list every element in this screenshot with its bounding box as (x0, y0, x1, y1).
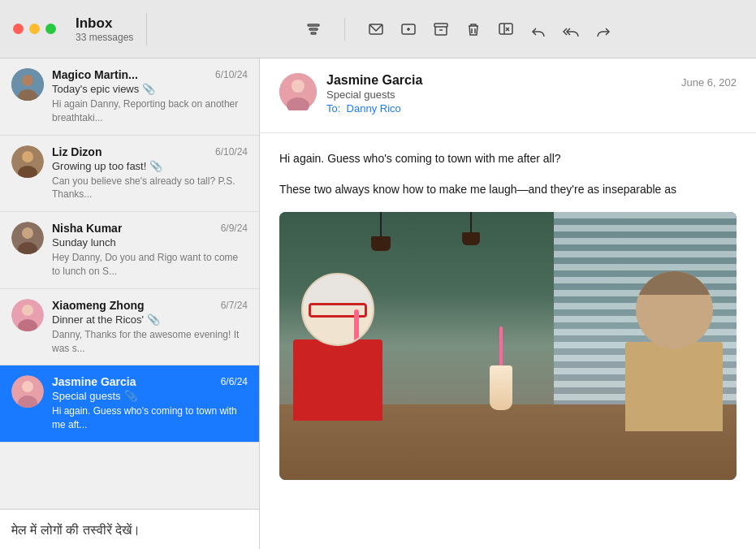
email-header-3: Nisha Kumar 6/9/24 (52, 222, 248, 235)
woman-straw-face (354, 309, 359, 344)
avatar-5 (11, 375, 44, 408)
email-header-4: Xiaomeng Zhong 6/7/24 (52, 299, 248, 312)
subject-row-1: Today's epic views 📎 (52, 83, 248, 95)
subject-row-2: Growing up too fast! 📎 (52, 160, 248, 172)
detail-body: Hi again. Guess who's coming to town wit… (260, 133, 756, 549)
email-content-1: Magico Martin... 6/10/24 Today's epic vi… (52, 68, 248, 125)
subject-1: Today's epic views (52, 83, 139, 95)
email-header-2: Liz Dizon 6/10/24 (52, 145, 248, 158)
junk-button[interactable] (491, 15, 521, 44)
attachment-icon-4: 📎 (147, 313, 160, 326)
maximize-button[interactable] (45, 24, 56, 34)
date-2: 6/10/24 (215, 146, 248, 158)
date-4: 6/7/24 (221, 300, 248, 311)
new-compose-button[interactable] (394, 15, 423, 44)
attachment-icon-1: 📎 (142, 83, 155, 95)
attachment-icon-5: 📎 (124, 390, 137, 402)
glass (490, 365, 512, 410)
svg-point-19 (22, 151, 33, 162)
sender-1: Magico Martin... (52, 68, 138, 81)
email-item-5[interactable]: Jasmine Garcia 6/6/24 Special guests 📎 H… (0, 365, 259, 443)
date-5: 6/6/24 (221, 376, 248, 387)
avatar-image-4 (11, 299, 44, 331)
titlebar: Inbox 33 messages (0, 0, 756, 58)
svg-rect-1 (309, 28, 318, 30)
avatar-3 (11, 222, 44, 254)
svg-point-22 (22, 227, 33, 239)
detail-sender-info: Jasmine Garcia Special guests To: Danny … (326, 73, 672, 115)
subject-2: Growing up too fast! (52, 160, 146, 172)
inbox-title: Inbox (76, 15, 133, 32)
filter-icon (305, 21, 322, 37)
detail-header: Jasmine Garcia Special guests To: Danny … (260, 58, 756, 133)
light-1 (371, 212, 391, 251)
avatar-2 (11, 145, 44, 178)
woman-head (301, 273, 374, 346)
man-head (636, 271, 713, 348)
close-button[interactable] (13, 24, 24, 34)
minimize-button[interactable] (29, 24, 40, 34)
compose-button[interactable] (361, 15, 391, 44)
inbox-title-section: Inbox 33 messages (76, 15, 133, 43)
woman-body (293, 339, 382, 421)
sender-4: Xiaomeng Zhong (52, 299, 145, 312)
cord-1 (380, 212, 382, 236)
caption-section: मेल में लोगों की तस्वीरें देखें। (0, 508, 259, 549)
email-content-2: Liz Dizon 6/10/24 Growing up too fast! 📎… (52, 145, 248, 202)
toolbar-divider (146, 13, 147, 45)
preview-3: Hey Danny, Do you and Rigo want to come … (52, 251, 248, 279)
woman-figure (293, 273, 382, 421)
man-hair (636, 271, 713, 295)
toolbar-icons (160, 15, 756, 44)
email-item-1[interactable]: Magico Martin... 6/10/24 Today's epic vi… (0, 58, 259, 136)
forward-button[interactable] (589, 15, 618, 44)
svg-point-16 (22, 75, 33, 86)
avatar-image-3 (11, 222, 44, 254)
avatar-image-2 (11, 145, 44, 178)
subject-row-5: Special guests 📎 (52, 390, 248, 402)
forward-icon (595, 21, 611, 37)
trash-icon (465, 21, 482, 37)
email-item-3[interactable]: Nisha Kumar 6/9/24 Sunday lunch Hey Dann… (0, 212, 259, 289)
sender-2: Liz Dizon (52, 145, 102, 158)
archive-button[interactable] (426, 15, 456, 44)
svg-rect-0 (308, 24, 319, 26)
shade-1 (371, 236, 391, 251)
email-photo (279, 212, 737, 480)
straw (499, 326, 503, 367)
trash-button[interactable] (459, 15, 488, 44)
light-2 (462, 212, 480, 245)
body-text-1: Hi again. Guess who's coming to town wit… (279, 149, 737, 167)
email-header-1: Magico Martin... 6/10/24 (52, 68, 248, 81)
attachment-icon-2: 📎 (149, 160, 162, 172)
junk-icon (498, 21, 514, 37)
detail-sender-row: Jasmine Garcia Special guests To: Danny … (279, 73, 737, 115)
filter-button[interactable] (299, 15, 328, 44)
email-detail-pane: Jasmine Garcia Special guests To: Danny … (260, 58, 756, 549)
inbox-subtitle: 33 messages (76, 32, 133, 43)
subject-3: Sunday lunch (52, 236, 116, 249)
caption-text: मेल में लोगों की तस्वीरें देखें। (11, 515, 140, 537)
date-3: 6/9/24 (221, 223, 248, 234)
archive-icon (433, 21, 449, 37)
svg-rect-2 (311, 32, 316, 34)
preview-5: Hi again. Guess who's coming to town wit… (52, 404, 248, 432)
email-item-4[interactable]: Xiaomeng Zhong 6/7/24 Dinner at the Rico… (0, 289, 259, 366)
reply-button[interactable] (524, 15, 553, 44)
shade-2 (462, 232, 480, 245)
subject-row-3: Sunday lunch (52, 236, 248, 249)
reply-icon (530, 21, 546, 37)
avatar-4 (11, 299, 44, 331)
cord-2 (470, 212, 472, 232)
detail-avatar-image (279, 73, 317, 110)
avatar-1 (11, 68, 44, 101)
tooltip-arrow (89, 539, 106, 549)
svg-rect-11 (499, 24, 512, 34)
detail-date: June 6, 202 (681, 76, 737, 89)
subject-row-4: Dinner at the Ricos' 📎 (52, 313, 248, 326)
reply-all-button[interactable] (556, 15, 585, 44)
svg-point-25 (22, 305, 33, 316)
detail-avatar (279, 73, 317, 110)
email-content-3: Nisha Kumar 6/9/24 Sunday lunch Hey Dann… (52, 222, 248, 279)
email-item-2[interactable]: Liz Dizon 6/10/24 Growing up too fast! 📎… (0, 136, 259, 213)
